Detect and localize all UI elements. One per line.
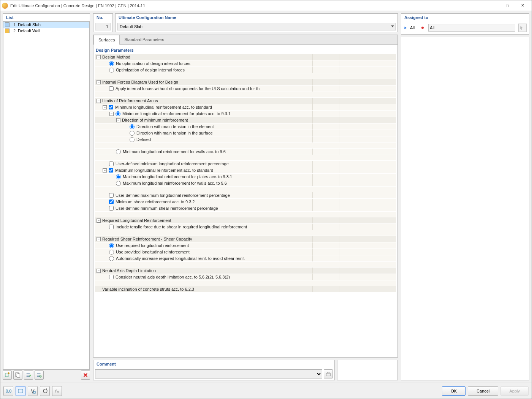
assigned-all-1: All	[410, 25, 415, 30]
maximize-button[interactable]: □	[500, 0, 515, 11]
checkbox[interactable]	[109, 200, 114, 204]
radio-auto-increase[interactable]: Automatically increase required longitud…	[95, 255, 396, 261]
group-req-shear[interactable]: −Required Shear Reinforcement - Shear Ca…	[95, 236, 396, 242]
svg-text:0.00: 0.00	[6, 389, 11, 393]
group-design-method[interactable]: −Design Method	[95, 54, 396, 60]
cancel-button[interactable]: Cancel	[468, 386, 498, 396]
collapse-icon[interactable]: −	[97, 269, 101, 273]
group-neutral-axis[interactable]: −Neutral Axis Depth Limitation	[95, 268, 396, 274]
option-no-optimization[interactable]: No optimization of design internal force…	[95, 60, 396, 66]
check-max-long-std[interactable]: −Maximum longitudinal reinforcement acc.…	[95, 167, 396, 173]
minimize-button[interactable]: ─	[484, 0, 500, 11]
list-item-label: Default Slab	[18, 22, 41, 27]
group-req-long[interactable]: −Required Longitudinal Reinforcement	[95, 217, 396, 223]
checkbox[interactable]	[109, 168, 113, 173]
radio-dir-surface[interactable]: Direction with main tension in the surfa…	[95, 130, 396, 136]
checkbox[interactable]	[109, 86, 114, 91]
check-min-shear[interactable]: Minimum shear reinforcement acc. to 9.3.…	[95, 199, 396, 205]
checkbox[interactable]	[109, 206, 114, 211]
svg-rect-6	[18, 389, 23, 393]
check-neutral-axis[interactable]: Consider neutral axis depth limitation a…	[95, 274, 396, 280]
pick-button[interactable]	[518, 24, 527, 32]
list-item[interactable]: 2 Default Wall	[3, 28, 89, 34]
radio[interactable]	[109, 243, 114, 248]
check-apply-internal-forces[interactable]: Apply internal forces without rib compon…	[95, 86, 396, 92]
group-direction[interactable]: −Direction of minimum reinforcement	[95, 117, 396, 123]
units-button[interactable]: 0.00	[3, 386, 13, 396]
collapse-icon[interactable]: −	[97, 55, 101, 59]
radio-max-plates[interactable]: Maximum longitudinal reinforcement for p…	[95, 174, 396, 180]
radio[interactable]	[109, 61, 114, 66]
radio[interactable]	[116, 149, 121, 154]
checkbox[interactable]	[109, 162, 114, 166]
name-dropdown[interactable]	[389, 23, 396, 30]
radio-use-provided[interactable]: Use provided longitudinal reinforcement	[95, 249, 396, 255]
list-item-num: 1	[12, 22, 16, 27]
radio-min-walls[interactable]: Minimum longitudinal reinforcement for w…	[95, 149, 396, 155]
delete-button[interactable]	[81, 370, 90, 380]
new-button[interactable]	[3, 370, 12, 380]
radio-dir-element[interactable]: Direction with main tension in the eleme…	[95, 124, 396, 130]
group-variable-inclination[interactable]: Variable inclination of concrete struts …	[95, 286, 396, 292]
preview-panel	[401, 37, 529, 380]
close-button[interactable]: ✕	[515, 0, 530, 11]
radio-dir-defined[interactable]: Defined	[95, 136, 396, 142]
tab-standard-parameters[interactable]: Standard Parameters	[120, 35, 169, 44]
collapse-icon[interactable]: −	[103, 168, 107, 173]
function-button[interactable]: fx	[52, 386, 62, 396]
settings-button[interactable]	[35, 370, 44, 380]
comment-input[interactable]	[95, 369, 322, 378]
check-user-max-long[interactable]: User-defined maximum longitudinal reinfo…	[95, 192, 396, 198]
dot-icon	[421, 27, 424, 29]
radio[interactable]	[109, 68, 114, 73]
assigned-header: Assigned to	[401, 14, 529, 21]
radio[interactable]	[116, 174, 121, 179]
comment-edit-button[interactable]	[324, 369, 333, 378]
collapse-icon[interactable]: −	[97, 99, 101, 103]
radio-max-walls[interactable]: Maximum longitudinal reinforcement for w…	[95, 180, 396, 186]
group-limits[interactable]: −Limits of Reinforcement Areas	[95, 98, 396, 104]
list-item[interactable]: 1 Default Slab	[3, 22, 89, 28]
collapse-icon[interactable]: −	[103, 105, 107, 109]
checkbox[interactable]	[109, 105, 113, 109]
svg-rect-7	[33, 391, 35, 393]
collapse-icon[interactable]: −	[97, 218, 101, 223]
config-list[interactable]: 1 Default Slab 2 Default Wall	[3, 21, 90, 369]
checkbox[interactable]	[109, 275, 114, 279]
view-button[interactable]	[16, 386, 25, 396]
radio[interactable]	[130, 131, 135, 136]
check-user-min-long[interactable]: User-defined minimum longitudinal reinfo…	[95, 161, 396, 167]
radio[interactable]	[130, 137, 135, 142]
apply-button[interactable]: Apply	[500, 386, 529, 396]
collapse-icon[interactable]: −	[116, 118, 120, 122]
tab-surfaces[interactable]: Surfaces	[93, 35, 120, 45]
radio[interactable]	[116, 111, 120, 116]
radio-min-plates[interactable]: −Minimum longitudinal reinforcement for …	[95, 111, 396, 117]
check-min-long-std[interactable]: −Minimum longitudinal reinforcement acc.…	[95, 104, 396, 110]
option-optimization[interactable]: Optimization of design internal forces	[95, 67, 396, 73]
checkbox[interactable]	[109, 193, 114, 198]
group-internal-forces[interactable]: −Internal Forces Diagram Used for Design	[95, 79, 396, 85]
radio[interactable]	[109, 256, 114, 261]
radio[interactable]	[116, 181, 121, 186]
collapse-icon[interactable]: −	[97, 80, 101, 84]
name-label: Ultimate Configuration Name	[116, 14, 397, 21]
check-button[interactable]	[24, 370, 33, 380]
text-button[interactable]	[28, 386, 38, 396]
check-user-min-shear[interactable]: User-defined minimum shear reinforcement…	[95, 205, 396, 211]
svg-rect-2	[17, 374, 20, 378]
radio[interactable]	[130, 124, 135, 129]
window-title: Edit Ultimate Configuration | Concrete D…	[10, 3, 484, 8]
collapse-icon[interactable]: −	[109, 112, 114, 116]
checkbox[interactable]	[109, 225, 114, 229]
assigned-input[interactable]: All	[428, 24, 515, 32]
collapse-icon[interactable]: −	[97, 237, 101, 241]
radio[interactable]	[109, 250, 114, 255]
name-input[interactable]	[117, 23, 389, 30]
ok-button[interactable]: OK	[442, 386, 466, 396]
radio-use-required[interactable]: Use required longitudinal reinforcement	[95, 242, 396, 249]
svg-text:f: f	[55, 389, 57, 393]
check-include-tensile[interactable]: Include tensile force due to shear in re…	[95, 224, 396, 230]
reset-button[interactable]	[40, 386, 50, 396]
copy-button[interactable]	[13, 370, 22, 380]
